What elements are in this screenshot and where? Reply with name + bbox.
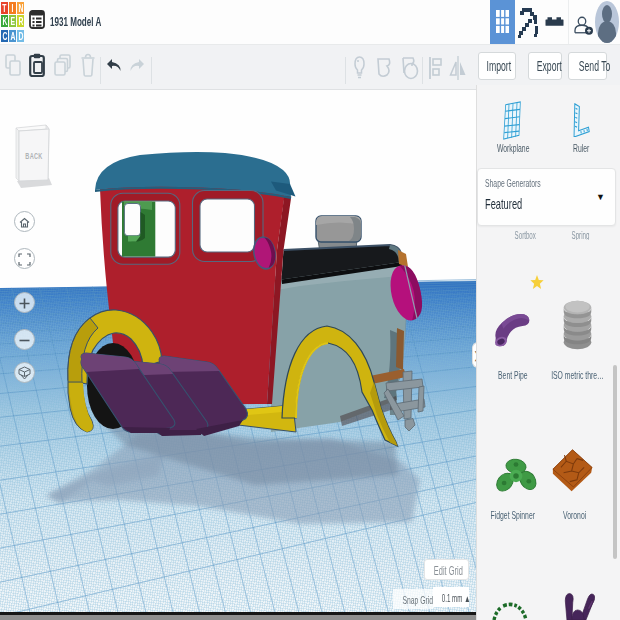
svg-text:BACK: BACK (25, 151, 42, 162)
